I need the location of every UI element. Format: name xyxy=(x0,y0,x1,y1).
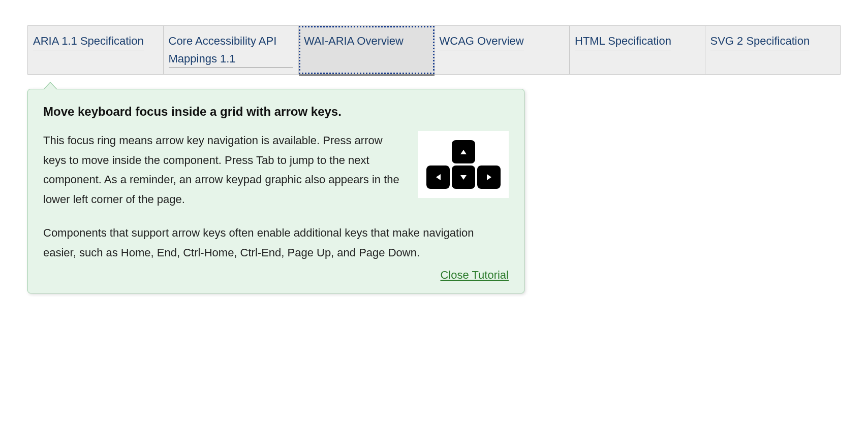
arrow-down-key-icon xyxy=(452,166,475,189)
grid-cell-wcag-overview[interactable]: WCAG Overview xyxy=(435,26,570,74)
grid-link[interactable]: WAI-ARIA Overview xyxy=(304,32,404,50)
popover-paragraph-2: Components that support arrow keys often… xyxy=(43,223,509,262)
grid-link[interactable]: SVG 2 Specification xyxy=(710,32,810,50)
arrow-left-key-icon xyxy=(426,166,450,189)
grid-link[interactable]: Core Accessibility API Mappings 1.1 xyxy=(169,32,294,68)
grid-link[interactable]: WCAG Overview xyxy=(440,32,524,50)
arrow-up-key-icon xyxy=(452,140,475,163)
grid-cell-core-aam[interactable]: Core Accessibility API Mappings 1.1 xyxy=(164,26,299,74)
link-grid: ARIA 1.1 Specification Core Accessibilit… xyxy=(27,25,841,75)
grid-link[interactable]: ARIA 1.1 Specification xyxy=(33,32,144,50)
close-tutorial-link[interactable]: Close Tutorial xyxy=(440,269,509,281)
grid-cell-wai-aria-overview[interactable]: WAI-ARIA Overview xyxy=(299,26,435,74)
arrow-right-key-icon xyxy=(477,166,501,189)
arrow-keypad-graphic xyxy=(418,131,509,198)
tutorial-popover: Move keyboard focus inside a grid with a… xyxy=(27,89,524,293)
arrow-keys-icon xyxy=(426,140,501,189)
popover-paragraph-1: This focus ring means arrow key navigati… xyxy=(43,131,406,209)
grid-cell-aria-spec[interactable]: ARIA 1.1 Specification xyxy=(28,26,164,74)
popover-heading: Move keyboard focus inside a grid with a… xyxy=(43,105,509,119)
grid-cell-svg2-spec[interactable]: SVG 2 Specification xyxy=(705,26,841,74)
grid-cell-html-spec[interactable]: HTML Specification xyxy=(570,26,705,74)
grid-link[interactable]: HTML Specification xyxy=(575,32,671,50)
